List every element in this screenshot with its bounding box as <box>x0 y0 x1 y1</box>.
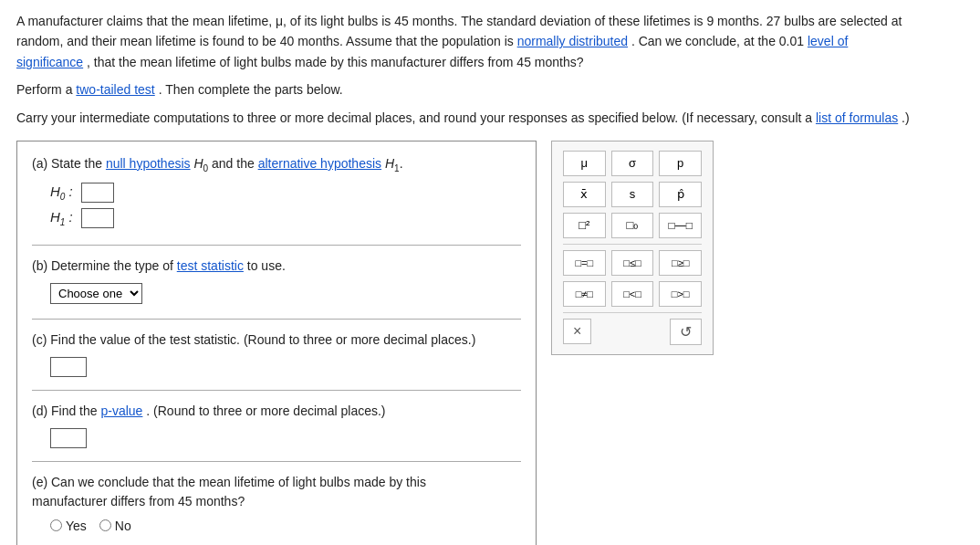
test-statistic-select[interactable]: Choose one z t chi-square F <box>50 283 142 304</box>
h0-input[interactable] <box>81 183 114 203</box>
sym-phat[interactable]: p̂ <box>659 182 702 207</box>
section-c-label: (c) Find the value of the test statistic… <box>32 330 521 350</box>
sym-grid-row4: □=□ □≤□ □≥□ <box>563 250 702 276</box>
sym-p[interactable]: p <box>659 151 702 176</box>
intro-text-4: , that the mean lifetime of light bulbs … <box>87 55 583 69</box>
h0-row: H0 : <box>50 183 521 203</box>
p-value-input[interactable] <box>50 428 87 448</box>
sym-undo-button[interactable]: ↺ <box>670 319 702 345</box>
symbol-panel: μ σ p x̄ s p̂ □² □₀ □―□ □=□ □≤□ □≥□ □≠□ … <box>551 141 714 355</box>
a-alt-sym: H1. <box>385 156 403 171</box>
sym-neq[interactable]: □≠□ <box>563 281 606 307</box>
e-radio-row: Yes No <box>50 519 521 533</box>
e-label-text: (e) Can we conclude that the mean lifeti… <box>32 475 426 489</box>
main-layout: (a) State the null hypothesis H0 and the… <box>16 141 964 545</box>
h1-input[interactable] <box>81 208 114 228</box>
section-d: (d) Find the p-value . (Round to three o… <box>32 402 521 462</box>
sym-close-button[interactable]: × <box>563 319 591 344</box>
intro-text-2: random, and their mean lifetime is found… <box>16 34 514 48</box>
sym-equals[interactable]: □=□ <box>563 250 606 276</box>
a-label-text: (a) State the <box>32 156 102 171</box>
null-hypothesis-link[interactable]: null hypothesis <box>106 156 191 171</box>
no-radio[interactable] <box>99 519 111 531</box>
sym-squared[interactable]: □² <box>563 213 606 238</box>
a-null-sym: H0 <box>193 156 208 171</box>
two-tailed-test-link[interactable]: two-tailed test <box>76 82 154 97</box>
sym-s[interactable]: s <box>611 182 654 207</box>
section-e-label: (e) Can we conclude that the mean lifeti… <box>32 473 521 511</box>
no-label[interactable]: No <box>99 519 131 533</box>
sym-fraction[interactable]: □―□ <box>659 213 702 238</box>
h1-row: H1 : <box>50 208 521 228</box>
intro-text-1: A manufacturer claims that the mean life… <box>16 14 902 28</box>
section-e: (e) Can we conclude that the mean lifeti… <box>32 473 521 533</box>
b-cont-text: to use. <box>247 258 286 273</box>
sym-divider-1 <box>563 244 702 245</box>
intro-text-3: . Can we conclude, at the 0.01 <box>631 34 804 48</box>
sym-gt[interactable]: □>□ <box>659 281 702 307</box>
section-a-label: (a) State the null hypothesis H0 and the… <box>32 154 521 175</box>
section-c: (c) Find the value of the test statistic… <box>32 330 521 391</box>
b-label-text: (b) Determine the type of <box>32 258 173 273</box>
sym-grid-row1: μ σ p <box>563 151 702 176</box>
sym-grid-row2: x̄ s p̂ <box>563 182 702 207</box>
level-of-significance-link[interactable]: level of <box>808 34 848 48</box>
section-b: (b) Determine the type of test statistic… <box>32 257 521 320</box>
test-statistic-link[interactable]: test statistic <box>177 258 244 273</box>
sym-geq[interactable]: □≥□ <box>659 250 702 276</box>
sym-mu[interactable]: μ <box>563 151 606 176</box>
dropdown-row: Choose one z t chi-square F <box>50 283 521 304</box>
sym-bottom-row: × ↺ <box>563 319 702 345</box>
yes-radio[interactable] <box>50 519 62 531</box>
c-input-row <box>50 357 521 377</box>
h1-symbol: H1 : <box>50 209 76 227</box>
no-text: No <box>115 519 131 533</box>
sym-subscript[interactable]: □₀ <box>611 213 654 238</box>
sym-lt[interactable]: □<□ <box>611 281 654 307</box>
sym-xbar[interactable]: x̄ <box>563 182 606 207</box>
section-d-label: (d) Find the p-value . (Round to three o… <box>32 402 521 421</box>
sym-leq[interactable]: □≤□ <box>611 250 654 276</box>
section-a: (a) State the null hypothesis H0 and the… <box>32 154 521 246</box>
sym-grid-row3: □² □₀ □―□ <box>563 213 702 238</box>
a-and-text: and the <box>212 156 255 171</box>
d-input-row <box>50 428 521 448</box>
carry-paragraph: Carry your intermediate computations to … <box>16 108 964 128</box>
d-label-text: (d) Find the <box>32 404 98 418</box>
sym-divider-2 <box>563 312 702 313</box>
p-value-link[interactable]: p-value <box>100 404 142 418</box>
normally-distributed-link[interactable]: normally distributed <box>517 34 628 48</box>
sym-sigma[interactable]: σ <box>611 151 654 176</box>
d-cont-text: . (Round to three or more decimal places… <box>146 404 385 418</box>
test-statistic-value-input[interactable] <box>50 357 87 377</box>
h0-symbol: H0 : <box>50 183 76 202</box>
perform-paragraph: Perform a two-tailed test . Then complet… <box>16 79 964 100</box>
question-box: (a) State the null hypothesis H0 and the… <box>16 141 537 545</box>
e-label2-text: manufacturer differs from 45 months? <box>32 494 245 508</box>
yes-label[interactable]: Yes <box>50 519 87 533</box>
section-b-label: (b) Determine the type of test statistic… <box>32 257 521 276</box>
yes-text: Yes <box>66 519 87 533</box>
list-of-formulas-link[interactable]: list of formulas <box>816 110 898 125</box>
alternative-hypothesis-link[interactable]: alternative hypothesis <box>258 156 381 171</box>
significance-link[interactable]: significance <box>16 55 83 69</box>
sym-grid-row5: □≠□ □<□ □>□ <box>563 281 702 307</box>
intro-paragraph: A manufacturer claims that the mean life… <box>16 11 964 72</box>
